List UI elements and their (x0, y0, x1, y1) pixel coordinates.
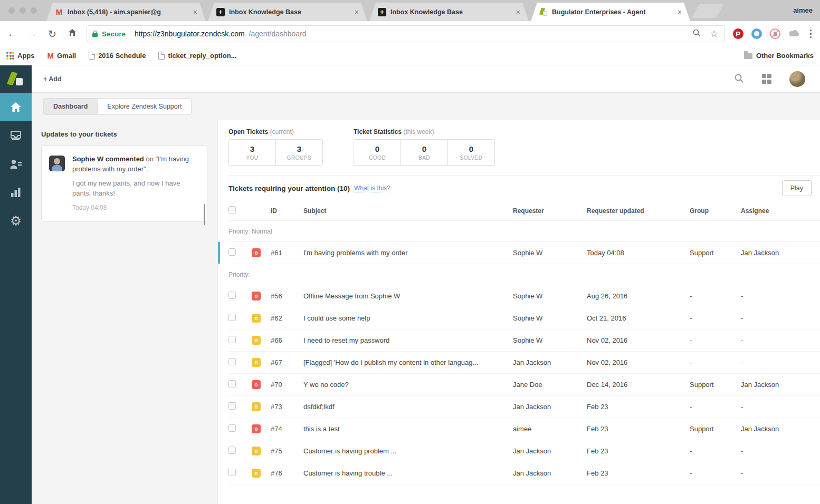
tab-close-icon[interactable]: × (516, 8, 520, 16)
ticket-subject[interactable]: Customer is having problem ... (303, 447, 513, 455)
table-row[interactable]: o #70 Y we no code? Jane Doe Dec 14, 201… (228, 374, 820, 396)
new-tab-button[interactable] (692, 4, 723, 18)
window-close-button[interactable] (8, 7, 15, 14)
bookmark-gmail[interactable]: M Gmail (47, 51, 77, 60)
sidebar-item-admin[interactable]: ⚙ (0, 207, 32, 235)
row-checkbox[interactable] (228, 402, 236, 410)
row-checkbox[interactable] (228, 447, 236, 454)
row-checkbox[interactable] (228, 336, 236, 343)
bookmarks-bar: Apps M Gmail 2016 Schedule ticket_reply_… (0, 46, 820, 65)
play-button[interactable]: Play (782, 180, 812, 196)
user-avatar[interactable] (789, 71, 805, 87)
table-row[interactable]: n #73 dsfdkf;lkdf Jan Jackson Feb 23 - - (228, 396, 820, 418)
row-checkbox[interactable] (228, 424, 236, 432)
row-checkbox[interactable] (228, 358, 236, 365)
comment-body: I got my new pants, and now I have pants… (72, 179, 199, 199)
ticket-subject[interactable]: [Flagged] 'How do I publish my content i… (303, 358, 513, 366)
table-row[interactable]: n #62 I could use some help Sophie W Oct… (228, 307, 820, 329)
update-card[interactable]: Sophie W commented on "I'm having proble… (41, 146, 207, 222)
refresh-icon[interactable]: ↻ (46, 28, 58, 40)
ticket-subject[interactable]: I need to reset my password (303, 336, 513, 344)
browser-tab-gmail[interactable]: M Inbox (5,418) - aim.spanier@g × (46, 3, 206, 21)
ticket-subject[interactable]: I could use some help (303, 314, 513, 322)
ticket-id: #73 (271, 403, 303, 411)
column-header-assignee[interactable]: Assignee (741, 207, 820, 215)
forward-icon[interactable]: → (26, 28, 38, 40)
address-bar[interactable]: Secure https://z3nbugulator.zendesk.com/… (87, 25, 724, 42)
window-zoom-button[interactable] (31, 7, 37, 14)
dashboard-main: Open Tickets (current) 3 YOU 3 GROUPS (218, 120, 820, 504)
ticket-subject[interactable]: dsfdkf;lkdf (303, 403, 513, 411)
window-controls[interactable] (8, 7, 37, 14)
other-bookmarks-button[interactable]: Other Bookmarks (744, 52, 814, 60)
column-header-requester[interactable]: Requester (513, 207, 587, 215)
ticket-status-badge: n (252, 336, 261, 345)
bookmark-apps[interactable]: Apps (6, 52, 35, 60)
table-row[interactable]: o #56 Offline Message from Sophie W Soph… (228, 285, 820, 307)
gmail-icon: M (55, 8, 63, 16)
stat-label: YOU (246, 155, 258, 161)
ticket-subject[interactable]: Y we no code? (303, 381, 513, 389)
tab-explore-zendesk-support[interactable]: Explore Zendesk Support (98, 98, 192, 115)
window-minimize-button[interactable] (20, 7, 26, 14)
tab-close-icon[interactable]: × (678, 8, 682, 16)
tab-close-icon[interactable]: × (193, 8, 197, 16)
blocker-icon[interactable] (770, 28, 780, 39)
search-icon[interactable] (734, 73, 744, 85)
omnibox-search-icon[interactable] (692, 28, 701, 39)
sidebar-item-customers[interactable] (0, 150, 32, 178)
blue-circle-icon[interactable] (751, 28, 762, 39)
updates-panel-title: Updates to your tickets (41, 130, 207, 138)
tab-close-icon[interactable]: × (355, 8, 359, 16)
apps-launcher-icon[interactable] (762, 74, 772, 84)
bookmark-ticket-reply-option[interactable]: ticket_reply_option... (158, 52, 236, 60)
ticket-status-badge: o (252, 292, 261, 301)
row-checkbox[interactable] (228, 469, 236, 476)
ticket-updated: Oct 21, 2016 (587, 314, 690, 322)
sidebar-item-views[interactable] (0, 121, 32, 150)
bookmark-star-icon[interactable]: ☆ (710, 28, 718, 40)
sidebar-item-reports[interactable] (0, 178, 32, 207)
add-button[interactable]: + Add (43, 75, 62, 83)
table-row[interactable]: o #61 I'm having problems with my order … (228, 242, 820, 264)
pinterest-icon[interactable]: P (733, 28, 743, 39)
ticket-group: - (690, 447, 741, 455)
ticket-updated: Feb 23 (587, 469, 690, 477)
select-all-checkbox[interactable] (228, 206, 236, 214)
home-icon (10, 102, 22, 112)
home-icon[interactable] (66, 28, 78, 40)
back-icon[interactable]: ← (6, 28, 18, 40)
ticket-id: #62 (271, 314, 303, 322)
browser-tab-kb-1[interactable]: + Inbox Knowledge Base × (208, 3, 367, 21)
bookmark-2016-schedule[interactable]: 2016 Schedule (89, 52, 146, 60)
table-row[interactable]: o #74 this is a test aimee Feb 23 Suppor… (228, 418, 820, 440)
table-row[interactable]: n #76 Customer is having trouble ... Jan… (228, 462, 820, 484)
browser-profile-name[interactable]: aimee (793, 6, 813, 14)
column-header-group[interactable]: Group (690, 207, 741, 215)
sidebar-item-home[interactable] (0, 93, 32, 121)
row-checkbox[interactable] (228, 292, 236, 299)
cloud-icon[interactable] (788, 29, 800, 39)
browser-tab-zendesk-active[interactable]: Bugulator Enterprises - Agent × (531, 3, 690, 21)
browser-tab-kb-2[interactable]: + Inbox Knowledge Base × (369, 3, 529, 21)
table-row[interactable]: n #67 [Flagged] 'How do I publish my con… (228, 352, 820, 374)
ticket-subject[interactable]: Offline Message from Sophie W (303, 292, 513, 300)
ticket-group: - (690, 469, 741, 477)
panel-scrollbar[interactable] (204, 204, 205, 225)
column-header-requester-updated[interactable]: Requester updated (587, 207, 690, 215)
ticket-subject[interactable]: this is a test (303, 425, 513, 433)
stat-box-you: 3 YOU (228, 139, 276, 166)
what-is-this-link[interactable]: What is this? (354, 185, 390, 192)
row-checkbox[interactable] (228, 314, 236, 321)
column-header-subject[interactable]: Subject (303, 207, 513, 215)
row-checkbox[interactable] (228, 248, 236, 256)
table-row[interactable]: n #75 Customer is having problem ... Jan… (228, 440, 820, 462)
row-checkbox[interactable] (228, 380, 236, 387)
ticket-subject[interactable]: Customer is having trouble ... (303, 469, 513, 477)
ticket-subject[interactable]: I'm having problems with my order (303, 249, 513, 257)
ticket-assignee: - (741, 336, 820, 344)
chrome-menu-icon[interactable] (808, 30, 814, 38)
tab-dashboard[interactable]: Dashboard (43, 98, 98, 115)
table-row[interactable]: n #66 I need to reset my password Sophie… (228, 329, 820, 352)
column-header-id[interactable]: ID (271, 207, 303, 215)
